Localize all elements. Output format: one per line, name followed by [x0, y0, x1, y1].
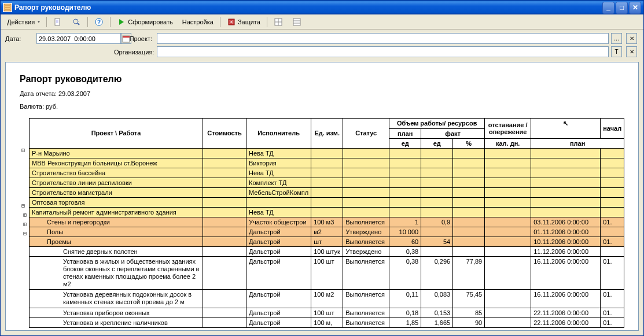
table-row[interactable]: Установка приборов оконныхДальстрой100 ш… [30, 308, 624, 317]
report-title: Рапорт руководителю [17, 74, 639, 84]
cell-unit: 100 штук [311, 246, 343, 256]
cell-start: 11.12.2006 0:00:00 [531, 246, 601, 256]
svg-text:?: ? [97, 19, 101, 25]
actions-menu[interactable]: Действия [3, 17, 44, 27]
project-clear-button[interactable]: ✕ [626, 33, 637, 44]
table-row[interactable]: Установка и крепление наличниковДальстро… [30, 317, 624, 327]
table-row[interactable]: Установка в жилых и общественных зданиях… [30, 256, 624, 290]
tree-column: ⊞ ⊟ ⊞ ⊞ ⊟ [17, 118, 29, 328]
cell-lag [485, 237, 531, 246]
project-select-button[interactable]: ... [611, 33, 622, 44]
report-table: Проект \ Работа Стоимость Исполнитель Ед… [29, 118, 624, 328]
tree-expand[interactable]: ⊞ [17, 210, 29, 219]
cell-status: Выполняется [343, 217, 389, 227]
maximize-button[interactable]: □ [616, 2, 628, 14]
table-row[interactable]: Оптовая торговля [30, 197, 624, 207]
th-executor: Исполнитель [246, 119, 311, 149]
date-input[interactable] [36, 33, 121, 44]
cell-lag [485, 207, 531, 217]
cell-status [343, 148, 389, 158]
cell-plan: 1 [389, 217, 421, 227]
cell-plan: 60 [389, 237, 421, 246]
cell-fact: 0,083 [421, 290, 453, 308]
help-button[interactable]: ? [90, 16, 108, 28]
cell-status [343, 178, 389, 187]
date-label: Дата: [5, 35, 34, 42]
cell-pct: 75,45 [453, 290, 485, 308]
cell-unit [311, 148, 343, 158]
org-clear-button[interactable]: ✕ [626, 46, 637, 57]
cell-pct [453, 227, 485, 237]
cell-lag [485, 197, 531, 207]
cell-fact [421, 207, 453, 217]
table-row[interactable]: Р-н МарьиноНева ТД [30, 148, 624, 158]
cell-fact: 0,9 [421, 217, 453, 227]
separator [220, 17, 220, 27]
cell-fact: 0,153 [421, 308, 453, 317]
close-button[interactable]: ✕ [629, 2, 641, 14]
cell-lag [485, 158, 531, 168]
cell-exec: Дальстрой [246, 237, 311, 246]
cell-fact: 54 [421, 237, 453, 246]
table-row[interactable]: Строительство бассейнаНева ТД [30, 168, 624, 178]
generate-button[interactable]: Сформировать [113, 16, 177, 28]
cell-pct [453, 207, 485, 217]
cell-project: Снятие дверных полотен [30, 246, 203, 256]
tool-btn-2[interactable] [68, 16, 85, 28]
table-row[interactable]: ПроемыДальстройштВыполняется605410.11.20… [30, 237, 624, 246]
cell-cost [203, 178, 246, 187]
cell-unit: м2 [311, 227, 343, 237]
tool-btn-1[interactable] [49, 16, 67, 28]
grid-btn-1[interactable] [270, 16, 287, 28]
minimize-button[interactable]: _ [602, 2, 614, 14]
th-ed: ед [389, 138, 421, 148]
cell-fact [421, 148, 453, 158]
settings-button[interactable]: Настройка [178, 17, 218, 27]
org-select-button[interactable]: T [611, 46, 622, 57]
table-row[interactable]: МВВ Реконструкция больницы ст.ВоронежВик… [30, 158, 624, 168]
table-row[interactable]: Капитальный ремонт административного зда… [30, 207, 624, 217]
tree-expand[interactable]: ⊞ [17, 145, 29, 154]
table-row[interactable]: Стены и перегородкиУчасток общестрои100 … [30, 217, 624, 227]
cell-lag [485, 246, 531, 256]
tree-collapse[interactable]: ⊟ [17, 201, 29, 210]
cell-fact [421, 197, 453, 207]
cell-exec: Участок общестрои [246, 217, 311, 227]
cell-cost [203, 158, 246, 168]
th-startplan: план [531, 138, 624, 148]
cell-project: Установка в жилых и общественных зданиях… [30, 256, 203, 290]
cell-project: Р-н Марьино [30, 148, 203, 158]
org-input[interactable] [157, 46, 609, 57]
cell-project: Строительство магистрали [30, 187, 203, 197]
cell-start: 16.11.2006 0:00:00 [531, 290, 601, 308]
org-label: Организация: [114, 49, 154, 56]
cell-status [343, 158, 389, 168]
cell-status [343, 187, 389, 197]
th-status: Статус [343, 119, 389, 149]
tree-collapse[interactable]: ⊟ [17, 228, 29, 238]
project-label: Проект: [114, 35, 154, 42]
table-row[interactable]: Строительство линии распиловкиКомплект Т… [30, 178, 624, 187]
protect-button[interactable]: Защита [223, 16, 264, 28]
cell-fact [421, 187, 453, 197]
cell-status: Выполняется [343, 308, 389, 317]
cell-cost [203, 148, 246, 158]
report-area[interactable]: Рапорт руководителю Дата отчета: 29.03.2… [5, 62, 639, 331]
separator [87, 17, 88, 27]
tree-expand[interactable]: ⊞ [17, 219, 29, 228]
table-row[interactable]: Установка деревянных подоконных досок в … [30, 290, 624, 308]
table-row[interactable]: ПолыДальстройм2Утверждено10 00001.11.200… [30, 227, 624, 237]
cell-unit [311, 178, 343, 187]
cell-fact [421, 246, 453, 256]
cell-cost [203, 237, 246, 246]
cell-plan: 0,18 [389, 308, 421, 317]
cell-end [601, 178, 624, 187]
table-row[interactable]: Строительство магистралиМебельСтройКомпл [30, 187, 624, 197]
grid-btn-2[interactable] [288, 16, 306, 28]
cell-pct: 77,89 [453, 256, 485, 290]
cell-end [601, 207, 624, 217]
cell-unit [311, 158, 343, 168]
project-input[interactable] [157, 33, 609, 44]
table-row[interactable]: Снятие дверных полотенДальстрой100 штукУ… [30, 246, 624, 256]
cell-start: 22.11.2006 0:00:00 [531, 317, 601, 327]
